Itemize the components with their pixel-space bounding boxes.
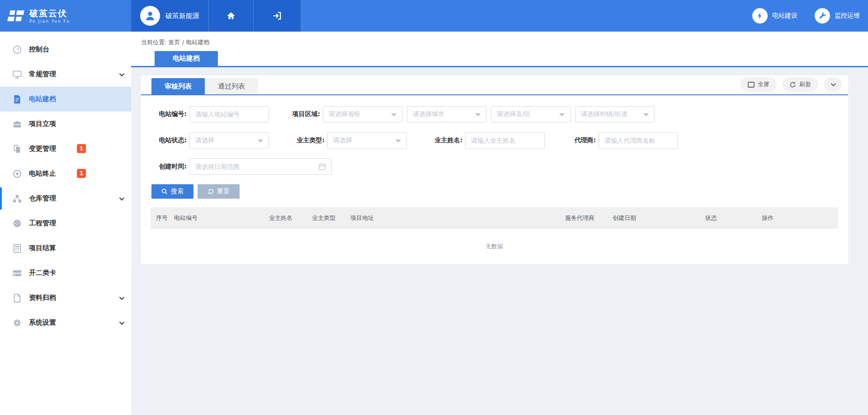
copy-icon (12, 144, 22, 154)
nav-monitoring-ops[interactable]: 监控运维 (815, 8, 860, 23)
col-status: 状态 (700, 207, 756, 229)
calculator-icon (12, 243, 22, 253)
sidebar-item-system-settings[interactable]: 系统设置 (0, 310, 131, 335)
reset-button[interactable]: 重置 (198, 184, 240, 199)
chevron-down-icon (119, 196, 124, 201)
header: 破茧云伏 Po Jian Yun Fu 破茧新能源 (0, 0, 868, 32)
search-button[interactable]: 搜索 (151, 184, 193, 199)
station-status-select[interactable]: 请选择 (189, 132, 269, 149)
province-select[interactable]: 请选择省份 (323, 106, 402, 122)
monitor-icon (12, 70, 22, 79)
col-operation: 操作 (756, 207, 838, 229)
owner-type-select[interactable]: 请选择 (327, 132, 407, 149)
logo-title: 破茧云伏 (29, 8, 70, 18)
empty-state: 无数据 (151, 229, 838, 264)
sidebar-item-engineering-management[interactable]: 工程管理 (0, 211, 131, 236)
refresh-icon (789, 81, 796, 88)
logo-icon (7, 7, 25, 25)
caret-down-icon (475, 113, 481, 117)
brand-logo: 破茧云伏 Po Jian Yun Fu (0, 0, 131, 32)
sidebar-item-change-management[interactable]: 变更管理 1 (0, 136, 131, 161)
avatar[interactable] (140, 6, 160, 26)
sidebar-item-warehouse-management[interactable]: 仓库管理 (0, 186, 131, 211)
caret-down-icon (643, 113, 649, 117)
logout-icon (272, 11, 282, 21)
breadcrumb-home-link[interactable]: 首页 (169, 39, 180, 46)
town-select[interactable]: 请选择村镇/街道 (575, 106, 655, 122)
gear-icon (12, 318, 22, 328)
station-no-label: 电站编号: (151, 110, 189, 118)
filter-row-2: 电站状态: 请选择 业主类型: 请选择 业主姓名: (151, 132, 848, 149)
caret-down-icon (391, 113, 396, 117)
nav-label: 监控运维 (835, 12, 860, 20)
page-tab-station-filing[interactable]: 电站建档 (155, 51, 218, 66)
fullscreen-icon (748, 82, 755, 88)
col-owner-type: 业主类型 (307, 207, 345, 229)
card-icon (12, 268, 22, 278)
collapse-button[interactable] (824, 77, 842, 92)
company-name: 破茧新能源 (165, 12, 199, 20)
agent-label: 代理商: (567, 136, 599, 145)
col-created-date: 创建日期 (607, 207, 700, 229)
notification-badge: 1 (77, 144, 86, 153)
tab-passed-list[interactable]: 通过列表 (205, 78, 258, 94)
header-middle: 破茧新能源 (131, 0, 301, 32)
sidebar-item-project-approval[interactable]: 项目立项 (0, 112, 131, 136)
region-label: 项目区域: (291, 110, 323, 118)
sidebar-item-open-type2-card[interactable]: 开二类卡 (0, 261, 131, 285)
nav-station-construction[interactable]: 电站建设 (752, 8, 797, 23)
filter-row-1: 电站编号: 项目区域: 请选择省份 请选择城市 请 (151, 106, 848, 122)
user-menu[interactable]: 破茧新能源 (131, 0, 209, 32)
owner-type-label: 业主类型: (296, 136, 327, 145)
created-time-label: 创建时间: (151, 163, 189, 171)
breadcrumb-separator: / (182, 39, 184, 46)
refresh-button[interactable]: 刷新 (782, 77, 818, 92)
caret-down-icon (396, 140, 401, 143)
breadcrumb-strip: 当前位置: 首页 / 电站建档 电站建档 (131, 32, 868, 66)
sidebar-item-console[interactable]: 控制台 (0, 37, 131, 62)
owner-name-label: 业主姓名: (434, 136, 465, 145)
content-card: 审核列表 通过列表 全屏 (141, 75, 848, 264)
breadcrumb-current: 电站建档 (186, 39, 209, 46)
app-window: 破茧云伏 Po Jian Yun Fu 破茧新能源 (0, 0, 868, 415)
logout-button[interactable] (254, 0, 301, 32)
col-seq: 序号 (151, 207, 169, 229)
station-no-input[interactable] (189, 106, 269, 122)
col-project-address: 项目地址 (345, 207, 560, 229)
search-icon (161, 188, 168, 195)
document-icon (12, 94, 22, 104)
sidebar-item-station-termination[interactable]: 电站终止 1 (0, 161, 131, 186)
agent-input[interactable] (599, 132, 678, 149)
filter-form: 电站编号: 项目区域: 请选择省份 请选择城市 请 (141, 95, 848, 175)
notification-badge: 1 (77, 169, 86, 178)
file-icon (12, 293, 22, 303)
gauge-icon (12, 219, 22, 228)
tab-bar: 审核列表 通过列表 全屏 (141, 75, 848, 95)
col-station-no: 电站编号 (169, 207, 264, 229)
accent-divider (131, 66, 868, 67)
owner-name-input[interactable] (465, 132, 545, 149)
wrench-icon (815, 8, 830, 23)
city-select[interactable]: 请选择城市 (407, 106, 486, 122)
main-content: 当前位置: 首页 / 电站建档 电站建档 审核列表 通过列表 (131, 32, 868, 415)
sidebar-item-project-settlement[interactable]: 项目结算 (0, 236, 131, 261)
chevron-down-icon (119, 320, 124, 325)
dashboard-icon (12, 45, 22, 55)
date-range-input[interactable] (189, 159, 332, 175)
caret-down-icon (559, 113, 565, 117)
home-button[interactable] (209, 0, 254, 32)
sidebar-item-data-archiving[interactable]: 资料归档 (0, 285, 131, 310)
sidebar-item-station-filing[interactable]: 电站建档 (0, 87, 131, 112)
chevron-down-icon (831, 81, 836, 86)
filter-actions: 搜索 重置 (141, 184, 848, 199)
results-table: 序号 电站编号 业主姓名 业主类型 项目地址 服务代理商 创建日期 状态 操作 (151, 207, 838, 264)
col-owner-name: 业主姓名 (264, 207, 307, 229)
breadcrumb-prefix: 当前位置: (141, 39, 166, 46)
sidebar: 控制台 常规管理 电站建档 (0, 32, 131, 415)
tab-review-list[interactable]: 审核列表 (151, 78, 205, 94)
breadcrumb: 当前位置: 首页 / 电站建档 (141, 38, 868, 47)
home-icon (226, 11, 236, 21)
county-select[interactable]: 请选择县/区 (491, 106, 571, 122)
fullscreen-button[interactable]: 全屏 (741, 77, 777, 92)
sidebar-item-general-management[interactable]: 常规管理 (0, 62, 131, 87)
